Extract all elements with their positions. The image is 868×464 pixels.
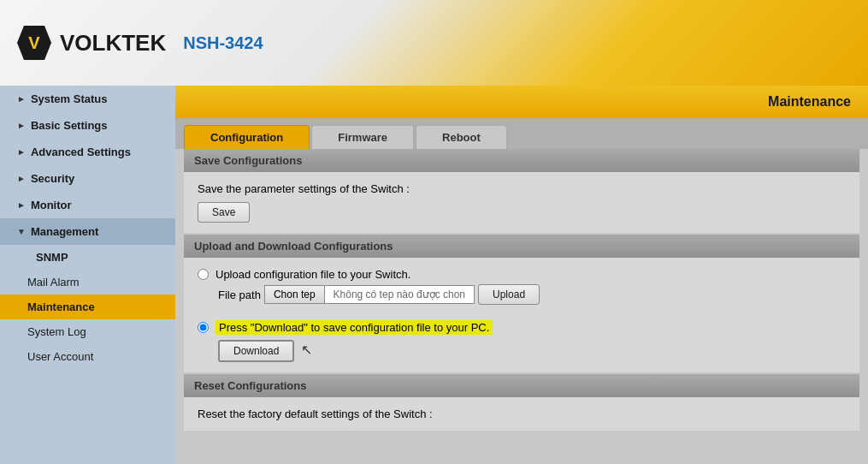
- sidebar-item-system-log[interactable]: System Log: [0, 319, 175, 344]
- radio-group: Upload configuration file to your Switch…: [198, 268, 846, 362]
- sidebar: ► System Status ► Basic Settings ► Advan…: [0, 86, 175, 464]
- sidebar-label-maintenance: Maintenance: [27, 300, 95, 313]
- sidebar-label-security: Security: [31, 172, 74, 185]
- sidebar-item-mail-alarm[interactable]: Mail Alarm: [0, 270, 175, 294]
- tab-reboot-label: Reboot: [442, 131, 481, 144]
- save-header-label: Save Configurations: [194, 154, 302, 167]
- download-btn-row: Download: [218, 340, 846, 362]
- sidebar-label-management: Management: [31, 225, 98, 238]
- sidebar-item-advanced-settings[interactable]: ► Advanced Settings: [0, 139, 175, 165]
- download-option: Press "Download" to save configuration f…: [198, 320, 846, 362]
- save-description: Save the parameter settings of the Switc…: [198, 182, 846, 195]
- sidebar-item-management[interactable]: ▼ Management: [0, 218, 175, 245]
- tab-configuration-label: Configuration: [210, 131, 283, 144]
- sidebar-label-monitor: Monitor: [31, 199, 72, 211]
- file-path-row: File path Chon tep Không có tep nào được…: [218, 284, 846, 305]
- file-path-display: Chon tep Không có tep nào được chon: [264, 285, 475, 304]
- reset-header-label: Reset Configurations: [194, 379, 306, 392]
- save-section-body: Save the parameter settings of the Switc…: [184, 172, 859, 233]
- logo-icon: V: [17, 26, 51, 60]
- arrow-icon: ►: [17, 121, 26, 130]
- upload-radio-label: Upload configuration file to your Switch…: [216, 268, 410, 281]
- download-radio[interactable]: [198, 322, 209, 333]
- upload-button[interactable]: Upload: [478, 284, 540, 305]
- page-title: Maintenance: [768, 94, 851, 109]
- sidebar-item-monitor[interactable]: ► Monitor: [0, 192, 175, 218]
- sidebar-label-user-account: User Account: [27, 350, 93, 363]
- tab-reboot[interactable]: Reboot: [416, 125, 507, 149]
- no-file-text: Không có tep nào được chon: [325, 285, 475, 304]
- logo-container: V VOLKTEK NSH-3424: [17, 26, 263, 60]
- upload-download-section-body: Upload configuration file to your Switch…: [184, 258, 859, 372]
- brand-name: VOLKTEK: [60, 30, 166, 57]
- arrow-icon: ►: [17, 147, 26, 157]
- sidebar-item-maintenance[interactable]: Maintenance: [0, 294, 175, 319]
- sidebar-label-system-log: System Log: [27, 325, 86, 338]
- tab-configuration[interactable]: Configuration: [184, 125, 310, 149]
- cursor-icon: [301, 342, 318, 359]
- upload-download-header-label: Upload and Download Configurations: [194, 240, 393, 253]
- sidebar-item-basic-settings[interactable]: ► Basic Settings: [0, 112, 175, 139]
- sidebar-item-snmp[interactable]: SNMP: [0, 245, 175, 270]
- download-radio-label: Press "Download" to save configuration f…: [216, 320, 493, 335]
- upload-radio[interactable]: [198, 269, 209, 280]
- arrow-icon-open: ▼: [17, 227, 26, 236]
- sidebar-label-mail-alarm: Mail Alarm: [27, 276, 80, 289]
- main-content: Maintenance Configuration Firmware Reboo…: [175, 86, 868, 464]
- save-section-header: Save Configurations: [184, 149, 859, 172]
- upload-download-section-header: Upload and Download Configurations: [184, 235, 859, 258]
- file-path-label: File path: [218, 289, 261, 301]
- sidebar-item-user-account[interactable]: User Account: [0, 344, 175, 369]
- sidebar-label-advanced-settings: Advanced Settings: [31, 146, 131, 158]
- main-layout: ► System Status ► Basic Settings ► Advan…: [0, 86, 868, 464]
- tab-firmware[interactable]: Firmware: [311, 125, 414, 149]
- reset-section-body: Reset the factory default settings of th…: [184, 397, 859, 431]
- reset-description: Reset the factory default settings of th…: [198, 407, 846, 420]
- upload-radio-row: Upload configuration file to your Switch…: [198, 268, 846, 281]
- save-button[interactable]: Save: [198, 202, 250, 223]
- page-title-bar: Maintenance: [175, 86, 868, 118]
- sidebar-item-security[interactable]: ► Security: [0, 165, 175, 192]
- download-button[interactable]: Download: [218, 340, 294, 362]
- choose-file-button[interactable]: Chon tep: [264, 285, 325, 304]
- arrow-icon: ►: [17, 200, 26, 210]
- tab-bar: Configuration Firmware Reboot: [175, 118, 868, 149]
- sidebar-label-basic-settings: Basic Settings: [31, 119, 108, 132]
- upload-option: Upload configuration file to your Switch…: [198, 268, 846, 305]
- sidebar-item-system-status[interactable]: ► System Status: [0, 86, 175, 112]
- download-radio-row: Press "Download" to save configuration f…: [198, 320, 846, 335]
- arrow-icon: ►: [17, 94, 26, 104]
- logo-v-letter: V: [28, 33, 39, 53]
- header: V VOLKTEK NSH-3424: [0, 0, 868, 86]
- reset-section-header: Reset Configurations: [184, 374, 859, 397]
- content-area: Save Configurations Save the parameter s…: [175, 149, 868, 441]
- model-name: NSH-3424: [183, 33, 263, 53]
- sidebar-label-snmp: SNMP: [36, 251, 68, 264]
- tab-firmware-label: Firmware: [338, 131, 387, 144]
- arrow-icon: ►: [17, 174, 26, 183]
- sidebar-label-system-status: System Status: [31, 92, 108, 105]
